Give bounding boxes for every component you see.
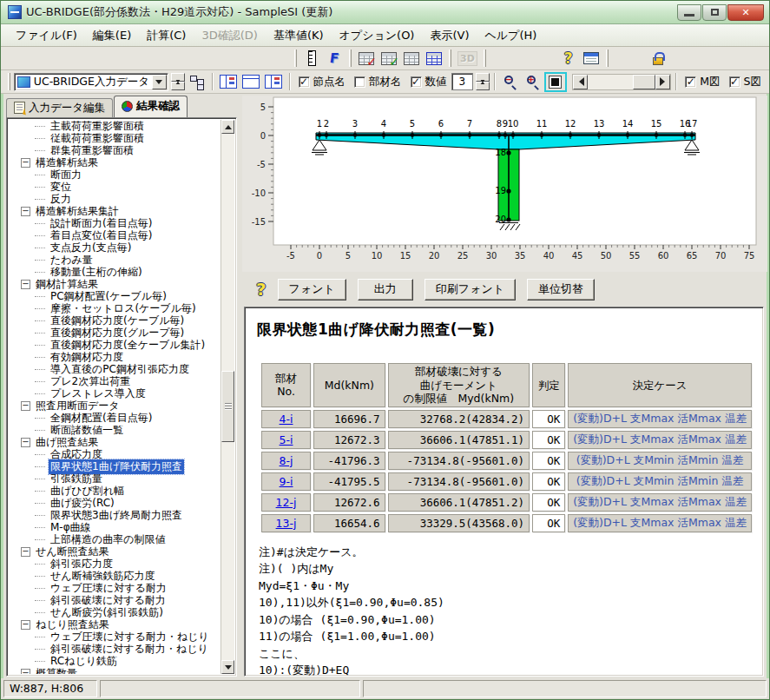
checkbox-icon[interactable]: ✓ — [685, 76, 696, 88]
help-icon[interactable]: ? — [256, 279, 267, 300]
member-link[interactable]: 9-i — [280, 475, 293, 488]
tree-item-10[interactable]: 支点反力(支点毎) — [9, 241, 220, 254]
layout-grid-button[interactable] — [240, 72, 262, 92]
result-tree: 主載荷荷重影響面積従載荷荷重影響面積群集荷重影響面積−構造解析結果断面力変位反力… — [9, 120, 220, 674]
checkbox-icon[interactable]: ✓ — [729, 76, 740, 88]
result-table: 部材No. Md(kNm) 部材破壊に対する 曲げモーメント の制限値 Myd(… — [259, 360, 754, 535]
md-cell: 16654.6 — [313, 514, 385, 532]
member-link[interactable]: 13-j — [276, 517, 297, 530]
tree-item-35[interactable]: −せん断照査結果 — [9, 545, 220, 558]
judge-cell: OK — [532, 452, 565, 470]
tree-item-26[interactable]: −曲げ照査結果 — [9, 436, 220, 448]
close-button[interactable]: ✕ — [727, 4, 764, 21]
data-mode-icon — [17, 76, 30, 88]
diagram-checkbox-1[interactable]: ✓S図 — [729, 75, 761, 89]
scroll-up-button[interactable] — [221, 120, 234, 134]
tree-scrollbar[interactable] — [220, 120, 234, 674]
scroll-thumb[interactable] — [221, 371, 234, 442]
menu-item-0[interactable]: ファイル(F) — [8, 24, 85, 47]
diagram-checkbox-0[interactable]: ✓M図 — [685, 75, 720, 89]
report-notes: 注)#は決定ケース。注)( )内はMyMyd=ξ1・Φu・My10),11)以外… — [259, 544, 754, 677]
menu-item-4[interactable]: 基準値(K) — [266, 24, 332, 47]
view-checkbox-0[interactable]: ✓節点名 — [299, 75, 346, 89]
restore-button[interactable] — [702, 4, 727, 21]
zoom-fit-button[interactable] — [544, 72, 567, 92]
layout-grid-icon — [242, 75, 260, 89]
myd-cell: -73134.8(-95601.0) — [388, 452, 530, 470]
help-button[interactable]: ? — [557, 49, 580, 69]
menu-item-6[interactable]: 表示(V) — [422, 24, 477, 47]
scroll-track[interactable] — [221, 134, 234, 660]
zoom-out-button[interactable]: − — [499, 72, 522, 92]
table-grid-blue-button[interactable] — [423, 49, 445, 69]
member-link[interactable]: 5-i — [280, 433, 293, 446]
data-mode-combobox[interactable]: UC-BRIDGE入力データ — [14, 73, 168, 91]
tree-item-32[interactable]: 限界状態3曲げ終局耐力照査 — [9, 509, 220, 521]
model-view-button[interactable]: F — [323, 49, 346, 69]
license-button[interactable] — [647, 49, 669, 69]
font-button[interactable]: フォント — [278, 279, 346, 300]
layout-left-button[interactable] — [217, 72, 240, 92]
tree-twig — [35, 333, 45, 333]
tree-item-4[interactable]: 断面力 — [9, 168, 220, 181]
minimize-button[interactable] — [677, 4, 701, 21]
table-check-button[interactable]: ✓ — [355, 49, 378, 69]
tree-item-label: 概算数量 — [34, 666, 79, 675]
member-link[interactable]: 12-j — [276, 496, 297, 509]
decimal-places-field[interactable]: 3 — [451, 73, 473, 90]
help-icon: ? — [564, 50, 573, 67]
menu-item-5[interactable]: オプション(O) — [332, 24, 423, 47]
member-cell: 5-i — [261, 431, 311, 449]
combo-dropdown-button[interactable] — [152, 75, 167, 89]
tree-item-28[interactable]: 限界状態1曲げ降伏耐力照査 — [9, 460, 220, 472]
feedback-button[interactable] — [580, 49, 602, 69]
measure-button[interactable] — [300, 49, 323, 69]
zoom-in-button[interactable]: + — [522, 72, 544, 92]
table-edit-green-icon: ✓ — [381, 52, 397, 65]
x-tick-label: 75 — [744, 251, 755, 261]
pan-scrollbar[interactable] — [572, 74, 671, 90]
tree-item-5[interactable]: 変位 — [9, 181, 220, 193]
menu-item-1[interactable]: 編集(E) — [85, 24, 139, 47]
layout-split-button[interactable] — [262, 72, 285, 92]
y-tick-label: -10 — [252, 188, 266, 198]
table-row-5: 13-j16654.633329.5(43568.0)OK(変動)D+L 支Mm… — [261, 514, 752, 532]
collapse-box-icon[interactable]: − — [21, 158, 30, 168]
checkbox-icon[interactable] — [354, 76, 365, 88]
collapse-box-icon[interactable]: − — [21, 280, 30, 289]
scroll-down-button[interactable] — [221, 660, 234, 674]
checkbox-icon[interactable]: ✓ — [411, 76, 422, 88]
member-link[interactable]: 4-i — [280, 413, 293, 426]
collapse-box-icon[interactable]: − — [21, 620, 30, 630]
unit-toggle-button[interactable]: 単位切替 — [527, 279, 595, 300]
toolbar-grip — [484, 50, 486, 67]
member-link[interactable]: 8-j — [280, 454, 293, 467]
tree-item-3[interactable]: −構造解析結果 — [9, 156, 220, 168]
tree-twig — [35, 564, 45, 565]
table-edit-button[interactable]: ✓ — [378, 49, 400, 69]
tree-view-button[interactable] — [185, 72, 207, 92]
tree-twig — [35, 369, 45, 370]
menu-item-7[interactable]: ヘルプ(H) — [477, 24, 545, 47]
tab-input-edit[interactable]: 入力データ編集 — [6, 98, 113, 117]
print-font-button[interactable]: 印刷フォント — [424, 279, 516, 300]
scroll-thumb[interactable] — [633, 75, 655, 89]
md-cell: 12672.6 — [313, 493, 385, 512]
tab-result-check[interactable]: 結果確認 — [114, 96, 188, 117]
table-grid-button[interactable] — [400, 49, 423, 69]
decimal-spinner[interactable] — [476, 73, 490, 90]
collapse-box-icon[interactable]: − — [21, 669, 30, 675]
scroll-left-button[interactable] — [573, 75, 588, 89]
node-label: 7 — [467, 119, 472, 129]
collapse-box-icon[interactable]: − — [21, 547, 30, 557]
collapse-box-icon[interactable]: − — [21, 401, 30, 411]
case-spinner[interactable] — [171, 73, 185, 90]
scroll-right-button[interactable] — [655, 75, 670, 89]
checkbox-icon[interactable]: ✓ — [299, 76, 310, 88]
menu-item-2[interactable]: 計算(C) — [139, 24, 194, 47]
view-checkbox-1[interactable]: 部材名 — [354, 75, 402, 89]
view-checkbox-2[interactable]: ✓数値 — [411, 75, 447, 89]
collapse-box-icon[interactable]: − — [21, 207, 30, 216]
collapse-box-icon[interactable]: − — [21, 438, 30, 447]
output-button[interactable]: 出力 — [358, 279, 413, 300]
